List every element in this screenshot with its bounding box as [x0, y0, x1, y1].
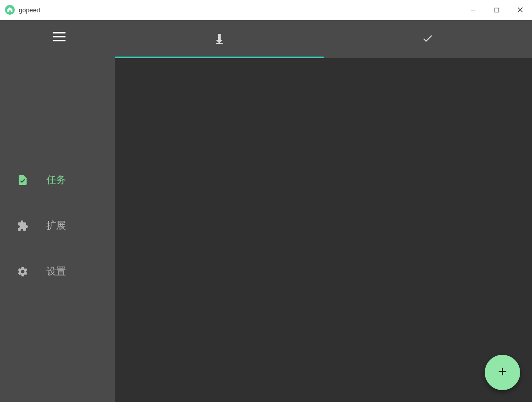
check-icon [422, 32, 433, 46]
add-task-button[interactable] [485, 355, 520, 390]
sidebar-item-settings[interactable]: 设置 [17, 265, 115, 278]
download-icon [213, 32, 225, 46]
tab-downloads[interactable] [115, 20, 324, 58]
sidebar-item-label: 任务 [46, 173, 66, 186]
titlebar: gopeed [0, 0, 532, 20]
content-area [115, 58, 532, 402]
gear-icon [17, 266, 29, 278]
svg-rect-4 [216, 43, 223, 44]
minimize-button[interactable] [461, 0, 485, 20]
app-body: 任务 扩展 设置 [0, 20, 532, 402]
tab-completed[interactable] [324, 20, 532, 58]
window-title: gopeed [19, 6, 40, 14]
sidebar-item-label: 扩展 [46, 219, 66, 232]
plus-icon [497, 366, 508, 379]
close-button[interactable] [508, 0, 532, 20]
tabs [115, 20, 532, 58]
menu-toggle-button[interactable] [45, 23, 73, 50]
hamburger-icon [53, 32, 66, 41]
app-logo-icon [5, 5, 15, 15]
titlebar-left: gopeed [0, 5, 40, 15]
puzzle-icon [17, 220, 29, 232]
file-check-icon [17, 174, 29, 186]
window-controls [461, 0, 532, 20]
sidebar-item-tasks[interactable]: 任务 [17, 173, 115, 186]
sidebar-item-label: 设置 [46, 265, 66, 278]
sidebar-items: 任务 扩展 设置 [0, 173, 115, 278]
sidebar-item-extensions[interactable]: 扩展 [17, 219, 115, 232]
maximize-button[interactable] [485, 0, 508, 20]
svg-rect-1 [495, 8, 499, 12]
sidebar: 任务 扩展 设置 [0, 20, 115, 402]
main-area [115, 20, 532, 402]
